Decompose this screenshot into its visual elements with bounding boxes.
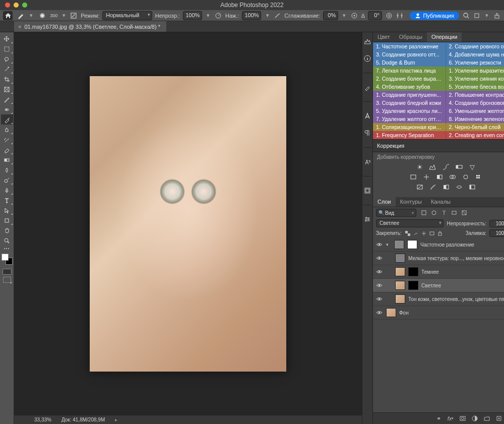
action-button[interactable]: 8. Изменение зеленого о...	[446, 115, 504, 123]
filter-pixel-icon[interactable]	[420, 209, 427, 216]
adj-channelmixer-icon[interactable]	[461, 173, 470, 181]
share-icon[interactable]	[493, 11, 501, 20]
tab-actions[interactable]: Операции	[427, 32, 462, 42]
adj-invert-icon[interactable]	[415, 183, 424, 191]
layer-mask-thumbnail[interactable]	[407, 240, 417, 249]
lasso-tool[interactable]	[1, 54, 13, 64]
action-button[interactable]: 1. Усиление выразительн...	[446, 67, 504, 75]
zoom-tool[interactable]	[1, 235, 13, 246]
action-button[interactable]: 1. Frequency Separation	[373, 131, 446, 139]
tool-preset-dropdown-icon[interactable]: ▾	[28, 12, 34, 19]
add-adjustment-icon[interactable]	[471, 415, 478, 422]
smoothing-dropdown-icon[interactable]: ▾	[341, 12, 347, 19]
layer-item[interactable]: Фон	[373, 306, 504, 320]
layer-thumbnail[interactable]	[395, 267, 405, 276]
lock-position-icon[interactable]	[421, 230, 427, 236]
pressure-opacity-icon[interactable]	[214, 11, 222, 20]
action-button[interactable]: 4. Отбеливание зубов	[373, 83, 446, 91]
rail-glyphs-icon[interactable]	[362, 157, 372, 167]
tool-preset-picker[interactable]	[16, 11, 25, 20]
document-tab[interactable]: × 01.may16730.jpg @ 33,3% (Светлее, Слой…	[14, 21, 166, 32]
adj-gradient-icon[interactable]	[468, 183, 477, 191]
layer-opacity-input[interactable]: 100%	[489, 220, 504, 227]
brush-tool[interactable]	[1, 114, 13, 125]
rail-libraries-icon[interactable]	[362, 186, 372, 196]
action-button[interactable]: 6. Уменьшение желтого ...	[446, 107, 504, 115]
adj-photofilter-icon[interactable]	[448, 173, 457, 181]
edit-toolbar-button[interactable]: •••	[1, 246, 13, 251]
action-button[interactable]: 2. Повышение контрастн...	[446, 91, 504, 99]
lock-image-icon[interactable]	[413, 230, 419, 236]
adj-threshold-icon[interactable]	[442, 183, 451, 191]
action-button[interactable]: 4. Добавление шума на т...	[446, 50, 504, 58]
pen-tool[interactable]	[1, 185, 13, 195]
action-button[interactable]: 3. Создание бледной кожи	[373, 99, 446, 107]
lock-transparency-icon[interactable]	[405, 230, 411, 236]
brush-preview[interactable]	[37, 11, 47, 20]
layer-thumbnail[interactable]	[386, 308, 396, 317]
adj-levels-icon[interactable]	[428, 163, 437, 171]
layer-thumbnail[interactable]	[395, 281, 405, 290]
magic-wand-tool[interactable]	[1, 64, 13, 74]
type-tool[interactable]	[1, 195, 13, 205]
lock-all-icon[interactable]	[437, 230, 443, 236]
status-arrow-icon[interactable]: ▸	[115, 417, 117, 422]
visibility-toggle-icon[interactable]	[376, 269, 383, 274]
path-select-tool[interactable]	[1, 205, 13, 215]
layer-twisty-icon[interactable]: ▾	[386, 242, 391, 247]
smoothing-input[interactable]: 0%	[323, 11, 338, 20]
action-button[interactable]: 6. Усиление резкости	[446, 58, 504, 67]
angle-input[interactable]: 0°	[368, 11, 382, 20]
add-mask-icon[interactable]	[459, 415, 466, 422]
layer-item[interactable]: ▾Частотное разложение	[373, 238, 504, 252]
action-button[interactable]: 5. Усиление блеска волос	[446, 83, 504, 91]
airbrush-icon[interactable]	[274, 11, 282, 20]
layer-name[interactable]: Фон	[399, 310, 504, 316]
adj-bw-icon[interactable]	[435, 173, 444, 181]
tab-layers[interactable]: Слои	[373, 197, 396, 207]
adj-brightness-icon[interactable]: ☀	[415, 163, 424, 171]
flow-dropdown-icon[interactable]: ▾	[264, 12, 270, 19]
adj-hue-icon[interactable]	[409, 173, 418, 181]
rail-histogram-icon[interactable]	[362, 36, 372, 46]
fill-input[interactable]: 100%	[489, 229, 504, 237]
rail-properties-icon[interactable]	[362, 214, 372, 224]
filter-shape-icon[interactable]	[451, 209, 458, 216]
layer-item[interactable]: Мелкая текстура: пор..., мелкие неровнос…	[373, 252, 504, 265]
publish-button[interactable]: Публикация	[410, 12, 459, 20]
visibility-toggle-icon[interactable]	[376, 256, 383, 261]
search-icon[interactable]	[462, 11, 470, 20]
home-button[interactable]	[3, 11, 13, 20]
hand-tool[interactable]	[1, 225, 13, 235]
filter-smart-icon[interactable]	[461, 209, 468, 216]
layer-name[interactable]: Темнее	[421, 269, 504, 275]
blur-tool[interactable]	[1, 165, 13, 175]
flow-input[interactable]: 100%	[242, 11, 261, 20]
brush-dropdown-icon[interactable]: ▾	[61, 12, 67, 19]
adj-vibrance-icon[interactable]: ▽	[468, 163, 477, 171]
layer-name[interactable]: Частотное разложение	[420, 242, 504, 248]
action-button[interactable]: 2. Creating an even compl...	[446, 131, 504, 139]
tab-color[interactable]: Цвет	[373, 32, 395, 42]
document-canvas[interactable]	[90, 76, 286, 372]
opacity-dropdown-icon[interactable]: ▾	[205, 12, 211, 19]
pressure-size-icon[interactable]	[385, 11, 393, 20]
adj-exposure-icon[interactable]	[455, 163, 464, 171]
workspace-picker-icon[interactable]	[473, 11, 481, 20]
action-button[interactable]: 3. Усиление сияния кожи	[446, 75, 504, 83]
layer-filter-select[interactable]: 🔍 Вид ▾	[376, 209, 416, 217]
new-group-icon[interactable]	[483, 415, 490, 422]
history-brush-tool[interactable]	[1, 135, 13, 145]
crop-tool[interactable]	[1, 74, 13, 84]
opacity-input[interactable]: 100%	[183, 11, 202, 20]
tab-swatches[interactable]: Образцы	[395, 32, 427, 42]
action-button[interactable]: 1. Частотное разложение	[373, 42, 446, 50]
action-button[interactable]: 5. Dodge & Burn	[373, 58, 446, 67]
smoothing-options-icon[interactable]	[350, 11, 358, 20]
rail-brushes-icon[interactable]	[362, 82, 372, 92]
tab-paths[interactable]: Контуры	[396, 197, 426, 207]
action-button[interactable]: 7. Удаление желтого отте...	[373, 115, 446, 123]
tab-channels[interactable]: Каналы	[426, 197, 455, 207]
link-layers-icon[interactable]: ⚭	[435, 415, 442, 422]
action-button[interactable]: 4. Создание бронзового ...	[446, 99, 504, 107]
